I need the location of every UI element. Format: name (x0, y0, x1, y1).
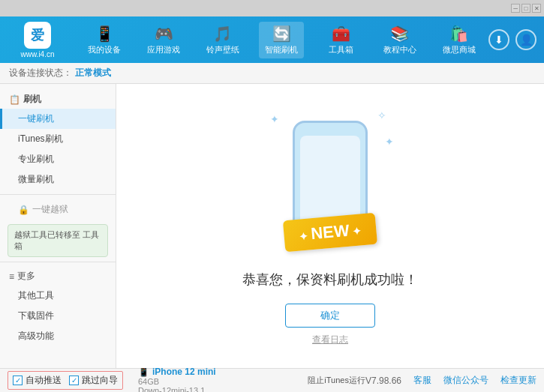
toolbox-icon: 🧰 (332, 25, 350, 43)
titlebar: ─ □ ✕ (0, 0, 544, 16)
itunes-status-text: 阻止iTunes运行 (308, 375, 365, 386)
logo: 爱 www.i4.cn (8, 22, 68, 58)
more-section-icon: ≡ (9, 271, 14, 282)
status-value: 正常模式 (75, 67, 111, 79)
nav-bar: 📱 我的设备 🎮 应用游戏 🎵 铃声壁纸 🔄 智能刷机 🧰 工具箱 📚 教程中心… (75, 22, 488, 58)
micro-flash-label: 微量刷机 (18, 174, 54, 184)
skip-wizard-checkbox[interactable]: ✓ 跳过向导 (69, 374, 118, 387)
nav-toolbox[interactable]: 🧰 工具箱 (318, 22, 363, 58)
logo-icon: 爱 (24, 22, 51, 49)
smart-flash-label: 智能刷机 (265, 44, 298, 55)
skip-wizard-check-icon: ✓ (69, 376, 79, 385)
device-model: Down-12mini-13,1 (138, 386, 216, 393)
sidebar-section-flash[interactable]: 📋 刷机 (0, 90, 116, 109)
other-tools-label: 其他工具 (18, 290, 54, 301)
itunes-flash-label: iTunes刷机 (18, 133, 63, 144)
show-log-link[interactable]: 查看日志 (312, 334, 348, 346)
smart-flash-icon: 🔄 (272, 25, 291, 43)
auto-push-checkbox[interactable]: ✓ 自动推送 (13, 374, 62, 387)
nav-my-device[interactable]: 📱 我的设备 (82, 22, 127, 58)
statusbar: 设备连接状态： 正常模式 (0, 63, 544, 84)
toolbox-label: 工具箱 (329, 44, 353, 55)
sidebar-item-one-click-flash[interactable]: 一键刷机 (0, 109, 116, 129)
sidebar: 📋 刷机 一键刷机 iTunes刷机 专业刷机 微量刷机 🔒 一键越狱 越狱工具… (0, 84, 116, 368)
sparkle-icon-3: ✦ (385, 136, 394, 148)
maximize-button[interactable]: □ (521, 4, 530, 13)
main-layout: 📋 刷机 一键刷机 iTunes刷机 专业刷机 微量刷机 🔒 一键越狱 越狱工具… (0, 84, 544, 368)
auto-push-label: 自动推送 (26, 374, 62, 387)
nav-tutorial[interactable]: 📚 教程中心 (377, 22, 422, 58)
checkbox-group: ✓ 自动推送 ✓ 跳过向导 (8, 371, 123, 390)
sidebar-info-box: 越狱工具已转移至 工具箱 (8, 224, 108, 257)
status-label: 设备连接状态： (9, 67, 72, 79)
sidebar-divider-2 (0, 262, 116, 262)
customer-service-link[interactable]: 客服 (413, 374, 431, 387)
weibo-store-icon: 🛍️ (449, 25, 468, 43)
nav-weibo-store[interactable]: 🛍️ 微思商城 (437, 22, 482, 58)
success-message: 恭喜您，保资料刷机成功啦！ (242, 271, 418, 289)
flash-section-label: 刷机 (23, 93, 41, 106)
pro-flash-label: 专业刷机 (18, 154, 54, 164)
download-button[interactable]: ⬇ (488, 29, 509, 50)
window-controls: ─ □ ✕ (511, 4, 541, 13)
main-content: ✦ ✧ ✦ NEW 恭喜您，保资料刷机成功啦！ 确定 查看日志 (116, 84, 544, 368)
skip-wizard-label: 跳过向导 (82, 374, 118, 387)
nav-ringtone[interactable]: 🎵 铃声壁纸 (200, 22, 245, 58)
ringtone-label: 铃声壁纸 (206, 44, 239, 55)
advanced-label: 高级功能 (18, 331, 54, 341)
apps-games-icon: 🎮 (155, 25, 173, 43)
user-button[interactable]: 👤 (515, 29, 536, 50)
device-storage: 64GB (138, 377, 216, 386)
sparkle-icon-2: ✧ (377, 109, 386, 121)
logo-url: www.i4.cn (20, 50, 54, 58)
check-update-link[interactable]: 检查更新 (500, 374, 536, 387)
sidebar-item-download-firmware[interactable]: 下载固件 (0, 306, 116, 326)
bottom-left: ✓ 自动推送 ✓ 跳过向导 📱 iPhone 12 mini 64GB Down… (8, 367, 308, 393)
tutorial-label: 教程中心 (383, 44, 416, 55)
auto-push-check-icon: ✓ (13, 376, 23, 385)
minimize-button[interactable]: ─ (511, 4, 520, 13)
apps-games-label: 应用游戏 (147, 44, 180, 55)
bottom-right: V7.98.66 客服 微信公众号 检查更新 (365, 374, 536, 387)
sidebar-item-pro-flash[interactable]: 专业刷机 (0, 149, 116, 169)
itunes-status: 阻止iTunes运行 (308, 375, 365, 386)
sidebar-item-itunes-flash[interactable]: iTunes刷机 (0, 129, 116, 149)
weibo-store-label: 微思商城 (443, 44, 476, 55)
sidebar-item-advanced[interactable]: 高级功能 (0, 326, 116, 346)
sidebar-more-title: ≡ 更多 (0, 267, 116, 286)
device-info: 📱 iPhone 12 mini 64GB Down-12mini-13,1 (138, 367, 216, 393)
sidebar-item-micro-flash[interactable]: 微量刷机 (0, 169, 116, 190)
confirm-button[interactable]: 确定 (285, 304, 375, 328)
info-box-text: 越狱工具已转移至 工具箱 (14, 230, 99, 250)
nav-apps-games[interactable]: 🎮 应用游戏 (141, 22, 186, 58)
my-device-label: 我的设备 (88, 44, 121, 55)
sidebar-item-jailbreak: 🔒 一键越狱 (0, 199, 116, 220)
lock-icon: 🔒 (18, 205, 29, 215)
sidebar-item-other-tools[interactable]: 其他工具 (0, 286, 116, 306)
more-section-label: 更多 (17, 270, 35, 283)
header-right: ⬇ 👤 (488, 29, 536, 50)
tutorial-icon: 📚 (390, 25, 409, 43)
nav-smart-flash[interactable]: 🔄 智能刷机 (259, 22, 304, 58)
one-click-flash-label: 一键刷机 (18, 113, 54, 124)
header: 爱 www.i4.cn 📱 我的设备 🎮 应用游戏 🎵 铃声壁纸 🔄 智能刷机 … (0, 16, 544, 63)
version-label: V7.98.66 (365, 376, 401, 386)
bottombar: ✓ 自动推送 ✓ 跳过向导 📱 iPhone 12 mini 64GB Down… (0, 368, 544, 392)
sidebar-divider-1 (0, 194, 116, 195)
wechat-public-link[interactable]: 微信公众号 (443, 374, 488, 387)
success-illustration: ✦ ✧ ✦ NEW (263, 106, 398, 256)
phone-screen (300, 136, 360, 226)
download-firmware-label: 下载固件 (18, 310, 54, 321)
ringtone-icon: 🎵 (213, 25, 232, 43)
flash-section-icon: 📋 (9, 94, 20, 105)
close-button[interactable]: ✕ (532, 4, 541, 13)
jailbreak-label: 一键越狱 (32, 203, 68, 216)
sparkle-icon-1: ✦ (270, 113, 279, 125)
my-device-icon: 📱 (95, 25, 114, 43)
